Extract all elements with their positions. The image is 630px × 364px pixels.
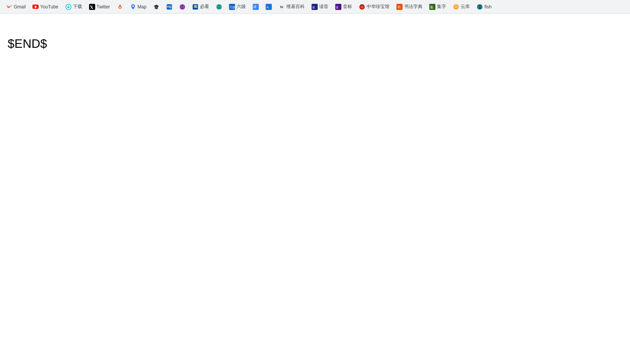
- yunku-label: 云库: [461, 3, 470, 10]
- bookmark-download[interactable]: 下载: [62, 2, 85, 12]
- map-label: Map: [138, 4, 146, 10]
- svg-text:音: 音: [336, 6, 339, 9]
- fish-label: fish: [484, 4, 492, 10]
- twitter-label: Twitter: [97, 4, 110, 10]
- youtube-label: YouTube: [40, 4, 58, 10]
- bikan-label: 必看: [200, 3, 209, 10]
- zhi-icon: 知: [192, 4, 198, 10]
- yinbiao-label: 音标: [343, 3, 352, 10]
- jizi-label: 集字: [437, 3, 446, 10]
- svg-point-5: [119, 6, 121, 8]
- bookmark-twitter[interactable]: 𝕏 Twitter: [86, 2, 113, 12]
- shufa-label: 书法字典: [404, 3, 422, 10]
- gmail-icon: M: [6, 4, 12, 10]
- svg-text:集: 集: [430, 5, 434, 9]
- bookmark-youtube[interactable]: YouTube: [29, 2, 61, 12]
- hq-icon: HQ: [166, 4, 172, 10]
- download-label: 下载: [73, 3, 82, 10]
- bookmark-bikan[interactable]: 知 必看: [189, 2, 212, 12]
- bookmark-gmail[interactable]: M Gmail: [3, 2, 29, 12]
- globe1-icon: [179, 4, 185, 10]
- liuji-label: 六级: [237, 3, 246, 10]
- svg-point-6: [132, 5, 134, 7]
- yunku-icon: 云: [453, 4, 459, 10]
- map-icon: [130, 4, 136, 10]
- svg-text:中: 中: [360, 5, 364, 9]
- duyin-label: 读音: [319, 3, 328, 10]
- school-icon: [153, 4, 159, 10]
- svg-text:读: 读: [312, 6, 315, 9]
- bookmark-map[interactable]: Map: [127, 2, 149, 12]
- jizi-icon: 集: [429, 4, 435, 10]
- bookmark-zhonghua[interactable]: 中 中华珍宝馆: [356, 2, 393, 12]
- svg-text:译: 译: [253, 5, 257, 9]
- zhonghua-icon: 中: [359, 4, 365, 10]
- bookmark-yunku[interactable]: 云 云库: [450, 2, 473, 12]
- bookmark-wikipedia[interactable]: W 维基百科: [276, 2, 308, 12]
- bookmark-shufa[interactable]: 书 书法字典: [393, 2, 425, 12]
- fish-icon: [477, 4, 483, 10]
- wikipedia-label: 维基百科: [286, 3, 305, 10]
- bookmark-jizi[interactable]: 集 集字: [426, 2, 449, 12]
- pin-icon: [117, 4, 123, 10]
- svg-text:A: A: [266, 5, 269, 9]
- youtube-icon: [32, 4, 39, 10]
- bookmark-translate[interactable]: 译: [250, 2, 262, 12]
- bookmark-school[interactable]: [150, 2, 162, 12]
- svg-text:六级: 六级: [229, 6, 235, 9]
- zhonghua-label: 中华珍宝馆: [367, 3, 390, 10]
- dict-icon: A: [266, 4, 272, 10]
- bookmark-fish[interactable]: fish: [474, 2, 495, 12]
- yinbiao-icon: 音: [335, 4, 341, 10]
- bookmark-hq[interactable]: HQ: [163, 2, 175, 12]
- bookmark-duyin[interactable]: 读 读音: [309, 2, 331, 12]
- twitter-icon: 𝕏: [89, 4, 95, 10]
- svg-text:书: 书: [397, 5, 401, 9]
- svg-text:M: M: [7, 6, 10, 8]
- main-content: $END$: [0, 14, 630, 58]
- duyin-icon: 读: [312, 4, 318, 10]
- svg-text:W: W: [280, 5, 284, 9]
- ends-text: $END$: [8, 37, 47, 50]
- bookmark-dict[interactable]: A: [263, 2, 275, 12]
- globe2-icon: [216, 4, 222, 10]
- gmail-label: Gmail: [14, 4, 26, 10]
- bookmark-globe2[interactable]: [213, 2, 225, 12]
- bookmark-pin[interactable]: [114, 2, 126, 12]
- translate-icon: 译: [253, 4, 259, 10]
- bookmark-liuji[interactable]: 六级 六级: [226, 2, 249, 12]
- shufa-icon: 书: [396, 4, 403, 10]
- bookmark-yinbiao[interactable]: 音 音标: [332, 2, 355, 12]
- liuji-icon: 六级: [229, 4, 235, 10]
- svg-text:𝕏: 𝕏: [90, 5, 93, 10]
- download-icon: [65, 4, 71, 10]
- bookmark-globe1[interactable]: [176, 2, 188, 12]
- bookmarks-bar: M Gmail YouTube 下载 𝕏 Twit: [0, 0, 630, 14]
- wikipedia-icon: W: [279, 4, 285, 10]
